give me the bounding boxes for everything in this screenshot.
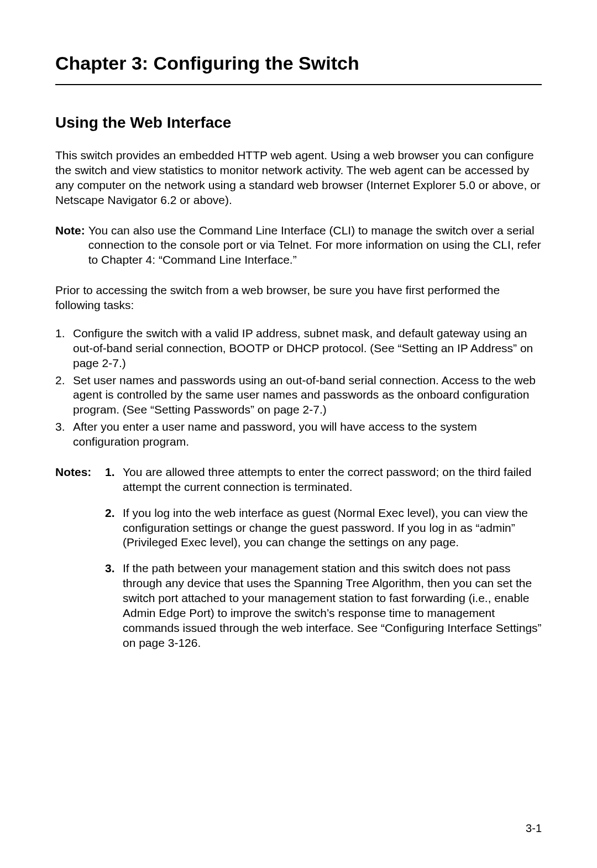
chapter-title: Chapter 3: Configuring the Switch [55,53,542,74]
list-item-number: 2. [55,373,73,418]
notes-list: 1. You are allowed three attempts to ent… [105,465,542,662]
list-item: 3. After you enter a user name and passw… [55,420,542,449]
list-item-text: You are allowed three attempts to enter … [123,465,542,495]
list-item-text: Set user names and passwords using an ou… [73,373,542,418]
list-item-text: After you enter a user name and password… [73,420,542,449]
page-number: 3-1 [526,822,542,835]
note-label: Note: [55,223,85,268]
list-item-number: 2. [105,506,123,551]
prior-paragraph: Prior to accessing the switch from a web… [55,283,542,313]
list-item: 2. If you log into the web interface as … [105,506,542,551]
list-item: 3. If the path between your management s… [105,561,542,650]
note-text: You can also use the Command Line Interf… [88,223,542,268]
list-item-number: 3. [105,561,123,650]
notes-block: Notes: 1. You are allowed three attempts… [55,465,542,662]
list-item: 2. Set user names and passwords using an… [55,373,542,418]
list-item-text: If you log into the web interface as gue… [123,506,542,551]
list-item: 1. Configure the switch with a valid IP … [55,326,542,371]
section-title: Using the Web Interface [55,114,542,132]
list-item-text: If the path between your management stat… [123,561,542,650]
notes-label: Notes: [55,465,105,662]
title-rule [55,84,542,85]
list-item-text: Configure the switch with a valid IP add… [73,326,542,371]
list-item: 1. You are allowed three attempts to ent… [105,465,542,495]
intro-paragraph: This switch provides an embedded HTTP we… [55,148,542,208]
tasks-list: 1. Configure the switch with a valid IP … [55,326,542,449]
list-item-number: 1. [105,465,123,495]
list-item-number: 1. [55,326,73,371]
list-item-number: 3. [55,420,73,449]
note-block: Note: You can also use the Command Line … [55,223,542,268]
